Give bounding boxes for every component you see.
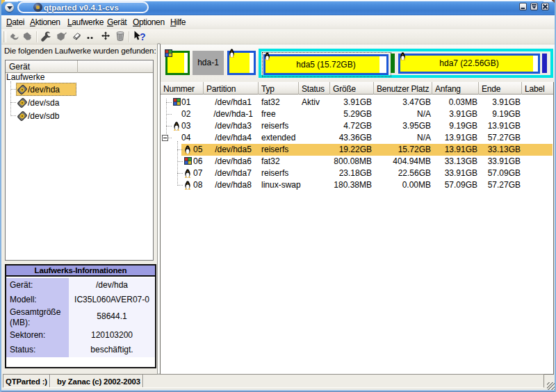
svg-text:?: ?: [140, 31, 146, 42]
